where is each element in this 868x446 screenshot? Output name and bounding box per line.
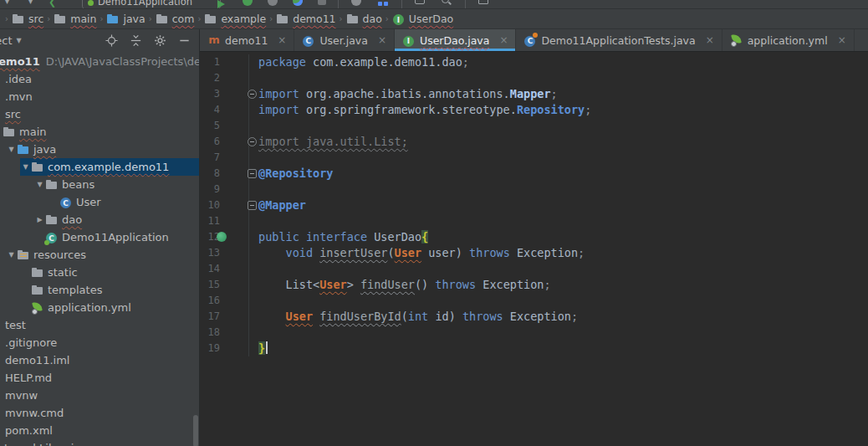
tree-item-demo11[interactable]: ▼demo11D:\JAVA\JavaClassProjects\demo11 (0, 53, 199, 70)
line-number: 11 (200, 213, 220, 229)
close-icon[interactable]: × (499, 34, 508, 46)
tree-item-dao[interactable]: ▶dao (34, 211, 199, 228)
toolbar-separator (465, 0, 466, 8)
search-icon[interactable] (442, 0, 449, 3)
tool-window-title[interactable]: Project (0, 34, 12, 47)
tree-item-application.yml[interactable]: application.yml (20, 299, 199, 316)
code-area[interactable]: 1package com.example.demo11.dao;23import… (200, 52, 868, 446)
tree-item-User[interactable]: CUser (49, 193, 199, 211)
token: () (415, 278, 435, 291)
tree-item-resources[interactable]: ▼resources (6, 246, 199, 264)
tree-item-label: resources (33, 249, 86, 261)
token: import java.util.List; (258, 135, 408, 148)
breadcrumb-item-main[interactable]: main (54, 13, 96, 26)
spring-bean-gutter-icon[interactable] (217, 232, 227, 242)
gutter (220, 150, 248, 166)
hide-panel-icon[interactable] (178, 34, 191, 47)
rerun-button[interactable] (293, 0, 303, 6)
chevron-down-icon[interactable]: ▼ (16, 37, 21, 44)
tree-item-label: HELP.md (5, 372, 52, 384)
locate-icon[interactable] (105, 34, 118, 47)
file-icon (0, 407, 2, 420)
tab-demo11[interactable]: mdemo11× (200, 29, 294, 51)
close-icon[interactable]: × (278, 34, 286, 46)
close-icon[interactable]: × (378, 34, 386, 46)
tree-item-main[interactable]: main (0, 123, 199, 141)
project-panel: Project ▼ ▼demo11D:\JAVA\JavaClassProjec… (0, 29, 200, 446)
build-button[interactable] (351, 0, 361, 6)
gutter (220, 102, 248, 118)
tree-item-templates[interactable]: templates (20, 281, 199, 299)
chevron-down-icon[interactable]: ▾ (28, 0, 33, 6)
expand-arrow-icon[interactable]: ▼ (20, 163, 31, 171)
tree-item-External Libraries[interactable]: External Libraries (0, 439, 199, 446)
gear-icon[interactable] (154, 34, 166, 47)
expand-arrow-icon[interactable]: ▶ (34, 216, 45, 223)
save-icon[interactable] (478, 0, 488, 4)
line-number: 10 (200, 197, 220, 213)
scrollbar-thumb[interactable] (193, 415, 198, 446)
code-line-16: 16 (200, 293, 868, 309)
tab-Demo11ApplicationTests.java[interactable]: CDemo11ApplicationTests.java× (516, 29, 722, 51)
token: throws (469, 246, 517, 259)
tree-item-label: static (48, 266, 78, 279)
expand-arrow-icon[interactable]: ▼ (6, 146, 17, 153)
breadcrumb-item-example[interactable]: example (204, 13, 266, 26)
tree-item-.mvn[interactable]: .mvn (0, 88, 199, 105)
tab-UserDao.java[interactable]: IUserDao.java× (395, 29, 516, 51)
folder-icon (45, 213, 59, 227)
collapse-all-icon[interactable] (130, 34, 142, 47)
breadcrumb-item-com[interactable]: com (156, 13, 195, 26)
code-line-5: 5 (200, 118, 868, 134)
token: Exception (517, 246, 578, 259)
interface-icon: I (392, 13, 406, 26)
token: ( (387, 246, 394, 259)
breadcrumb-item-java[interactable]: java (106, 13, 145, 26)
tree-item-label: main (19, 126, 46, 138)
token: ; (462, 55, 469, 69)
breadcrumb-item-demo11[interactable]: demo11 (276, 13, 335, 26)
tree-item-beans[interactable]: ▼beans (34, 176, 199, 193)
tree-item-com.example.demo11[interactable]: ▼com.example.demo11 (20, 158, 199, 176)
tree-item-java[interactable]: ▼java (6, 141, 199, 158)
run-button[interactable] (217, 0, 225, 8)
tree-item-test[interactable]: test (0, 316, 199, 334)
line-number: 6 (200, 134, 220, 150)
tree-item-src[interactable]: src (0, 105, 199, 123)
services-icon[interactable] (378, 0, 388, 6)
tree-item-mvnw[interactable]: mvnw (0, 387, 199, 404)
tree-item-static[interactable]: static (20, 264, 199, 281)
coverage-button[interactable] (268, 0, 278, 6)
fold-marker-icon[interactable] (248, 169, 257, 178)
chevron-down-icon[interactable]: ▾ (5, 0, 9, 6)
close-icon[interactable]: × (838, 34, 846, 46)
tree-item-Demo11Application[interactable]: CDemo11Application (34, 228, 199, 246)
window-icon[interactable] (415, 0, 425, 4)
fold-marker-icon[interactable] (248, 137, 257, 146)
breadcrumb-item-dao[interactable]: dao (346, 13, 382, 26)
expand-arrow-icon[interactable]: ▼ (34, 181, 45, 188)
tree-item-pom.xml[interactable]: pom.xml (0, 422, 199, 439)
expand-arrow-icon[interactable]: ▼ (6, 251, 17, 259)
fold-marker-icon[interactable] (248, 90, 257, 99)
stop-button[interactable] (318, 0, 326, 5)
tab-User.java[interactable]: CUser.java× (294, 29, 395, 51)
breadcrumb-item-UserDao[interactable]: IUserDao (392, 13, 453, 26)
run-config-select[interactable]: Demo11Application (82, 0, 221, 9)
debug-button[interactable] (243, 0, 253, 6)
tree-item-label: com.example.demo11 (48, 161, 169, 173)
close-icon[interactable]: × (706, 34, 714, 46)
line-number: 16 (200, 293, 220, 309)
editor-pane[interactable]: mdemo11×CUser.java×IUserDao.java×CDemo11… (200, 29, 868, 446)
back-arrow-icon[interactable]: ❮ (49, 0, 56, 8)
fold-marker-icon[interactable] (248, 201, 257, 210)
tab-application.yml[interactable]: application.yml× (722, 29, 855, 51)
tree-item-.gitignore[interactable]: .gitignore (0, 334, 199, 351)
tree-item-mvnw.cmd[interactable]: mvnw.cmd (0, 404, 199, 422)
token: id) (428, 310, 462, 323)
breadcrumb-item-src[interactable]: src (12, 13, 43, 26)
tree-item-.idea[interactable]: .idea (0, 70, 199, 88)
tree-item-HELP.md[interactable]: HELP.md (0, 369, 199, 387)
tree-item-demo11.iml[interactable]: demo11.iml (0, 351, 199, 369)
breadcrumb-label: dao (363, 13, 382, 25)
